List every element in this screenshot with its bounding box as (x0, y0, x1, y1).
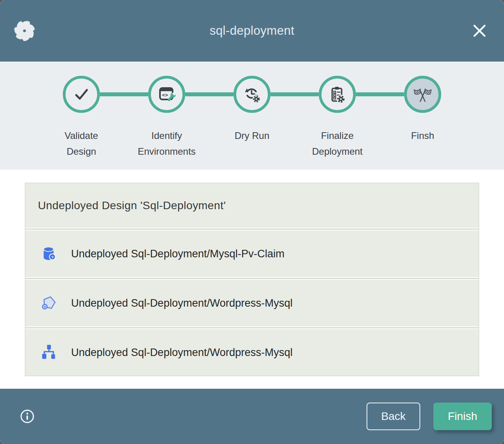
stepper-connector (356, 92, 404, 96)
step-label-validate-design: Validate Design (39, 128, 124, 159)
stepper-connector (100, 92, 148, 96)
step-label-finish: Finsh (380, 128, 465, 159)
database-icon: ? (40, 245, 58, 263)
result-row-wordpress-mysql-hierarchy: Undeployed Sql-Deployment/Wordpress-Mysq… (25, 329, 479, 376)
step-label-identify-environments: Identify Environments (124, 128, 209, 159)
info-icon[interactable] (20, 409, 35, 424)
result-row-text: Undeployed Sql-Deployment/Wordpress-Mysq… (71, 297, 293, 309)
clipboard-gear-icon (328, 85, 347, 104)
wizard-stepper: <> (0, 62, 504, 170)
svg-text:?: ? (51, 255, 54, 259)
row-divider (25, 327, 479, 328)
hierarchy-icon (40, 343, 58, 362)
pentagon-node-icon (40, 294, 58, 312)
dialog-footer: Back Finish (0, 389, 504, 444)
back-button[interactable]: Back (367, 403, 420, 430)
stepper-labels: Validate Design Identify Environments Dr… (39, 128, 465, 159)
step-finalize-deployment[interactable] (319, 76, 356, 113)
step-validate-design[interactable] (63, 76, 100, 113)
deployment-wizard-dialog: sql-deployment <> (0, 0, 504, 444)
close-icon[interactable] (472, 23, 487, 39)
step-identify-environments[interactable]: <> (148, 76, 185, 113)
stepper-connector (185, 92, 233, 96)
stepper-track: <> (63, 76, 441, 113)
checkered-flags-icon (413, 85, 432, 104)
dialog-body: Undeployed Design 'Sql-Deployment' ? Und… (0, 170, 504, 389)
result-row-mysql-pv-claim: ? Undeployed Sql-Deployment/Mysql-Pv-Cla… (25, 230, 479, 277)
step-dry-run[interactable] (233, 76, 271, 113)
row-divider (25, 229, 479, 230)
code-window-wrench-icon: <> (157, 85, 176, 104)
result-row-wordpress-mysql-node: Undeployed Sql-Deployment/Wordpress-Mysq… (25, 280, 479, 326)
results-header-row: Undeployed Design 'Sql-Deployment' (25, 183, 479, 228)
sync-gear-icon (243, 85, 261, 104)
finish-button[interactable]: Finish (433, 403, 492, 430)
check-icon (72, 85, 91, 104)
step-label-dry-run: Dry Run (209, 128, 295, 159)
results-header-text: Undeployed Design 'Sql-Deployment' (38, 199, 226, 212)
result-row-text: Undeployed Sql-Deployment/Mysql-Pv-Claim (71, 248, 284, 260)
svg-text:<>: <> (162, 92, 168, 98)
result-row-text: Undeployed Sql-Deployment/Wordpress-Mysq… (71, 347, 293, 359)
dialog-title: sql-deployment (0, 24, 504, 38)
deployment-results-panel: Undeployed Design 'Sql-Deployment' ? Und… (25, 183, 479, 376)
row-divider (25, 278, 479, 279)
step-label-finalize-deployment: Finalize Deployment (295, 128, 380, 159)
dialog-header: sql-deployment (0, 0, 504, 62)
stepper-connector (271, 92, 319, 96)
step-finish[interactable] (404, 76, 441, 113)
